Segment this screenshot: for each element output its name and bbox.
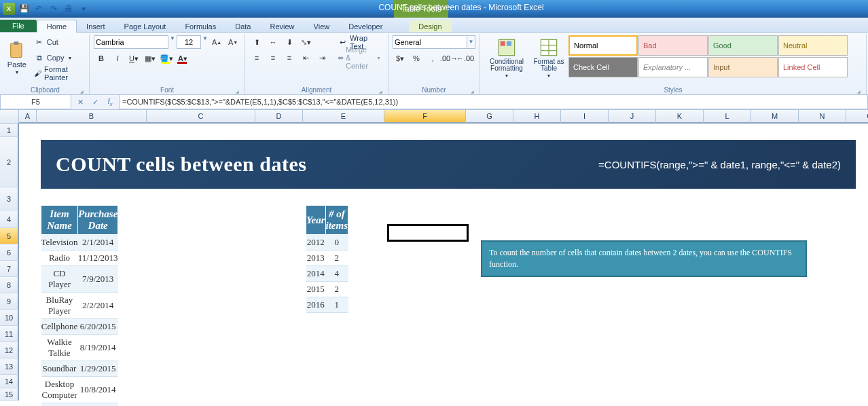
cell[interactable]: CD Player bbox=[41, 266, 78, 293]
col-header-L[interactable]: L bbox=[704, 110, 751, 124]
row-header-12[interactable]: 12 bbox=[0, 342, 19, 358]
col-purchase-date[interactable]: Purchase Date bbox=[77, 206, 117, 235]
print-icon[interactable]: 🖶 bbox=[62, 3, 75, 15]
row-header-13[interactable]: 13 bbox=[0, 358, 19, 375]
align-top-button[interactable]: ⬆ bbox=[249, 35, 264, 49]
column-headers[interactable]: ABCDEFGHIJKLMNO bbox=[19, 110, 868, 124]
style-bad[interactable]: Bad bbox=[638, 35, 708, 56]
row-header-5[interactable]: 5 bbox=[0, 228, 19, 244]
format-painter-button[interactable]: 🖌Format Painter bbox=[31, 67, 85, 80]
tab-data[interactable]: Data bbox=[225, 20, 260, 32]
cell[interactable]: 6/20/2015 bbox=[77, 319, 117, 335]
cell[interactable]: 2/1/2014 bbox=[77, 235, 117, 251]
col-header-G[interactable]: G bbox=[466, 110, 513, 124]
row-header-3[interactable]: 3 bbox=[0, 187, 19, 210]
col-header-F[interactable]: F bbox=[384, 110, 466, 124]
cut-button[interactable]: ✂Cut bbox=[31, 35, 85, 49]
cell[interactable]: 1/29/2015 bbox=[77, 361, 117, 377]
table-row[interactable]: Radio11/12/2013 bbox=[41, 251, 118, 266]
style-normal[interactable]: Normal bbox=[568, 35, 638, 56]
table-row[interactable]: Desktop Computer10/8/2014 bbox=[41, 377, 118, 403]
style-check-cell[interactable]: Check Cell bbox=[568, 57, 638, 77]
row-header-10[interactable]: 10 bbox=[0, 310, 19, 326]
cell[interactable]: 2012 bbox=[306, 235, 326, 251]
tab-file[interactable]: File bbox=[0, 20, 37, 32]
col-header-M[interactable]: M bbox=[751, 110, 799, 124]
table-row[interactable]: 20152 bbox=[306, 282, 348, 297]
save-icon[interactable]: 💾 bbox=[18, 3, 30, 15]
row-header-11[interactable]: 11 bbox=[0, 326, 19, 342]
align-right-button[interactable]: ≡ bbox=[282, 51, 297, 64]
cell[interactable]: Soundbar bbox=[41, 361, 78, 377]
decrease-indent-button[interactable]: ⇤ bbox=[298, 51, 313, 64]
col-header-N[interactable]: N bbox=[799, 110, 846, 124]
table-row[interactable]: BluRay Player2/2/2014 bbox=[41, 293, 118, 319]
cell[interactable]: 2015 bbox=[306, 282, 326, 297]
fx-icon[interactable]: fx bbox=[103, 96, 117, 109]
tab-formulas[interactable]: Formulas bbox=[175, 20, 225, 32]
table-row[interactable]: Walkie Talkie8/19/2014 bbox=[41, 335, 118, 361]
dropdown-icon[interactable]: ▾ bbox=[77, 3, 90, 15]
border-button[interactable]: ▦▾ bbox=[143, 52, 158, 65]
cell[interactable]: 7/9/2013 bbox=[77, 266, 117, 293]
cell[interactable]: 8/19/2014 bbox=[77, 335, 117, 361]
col-header-B[interactable]: B bbox=[37, 110, 147, 124]
cell[interactable]: Radio bbox=[41, 251, 78, 266]
tab-review[interactable]: Review bbox=[260, 20, 304, 32]
increase-indent-button[interactable]: ⇥ bbox=[314, 51, 329, 64]
cell[interactable]: Cellphone bbox=[41, 319, 78, 335]
row-header-1[interactable]: 1 bbox=[0, 124, 19, 137]
table-row[interactable]: 20144 bbox=[306, 266, 348, 282]
cell[interactable]: Desktop Computer bbox=[41, 377, 78, 403]
col-items[interactable]: # of items bbox=[325, 206, 348, 235]
font-color-button[interactable]: A▾ bbox=[175, 52, 190, 65]
decrease-decimal-button[interactable]: ←.00 bbox=[458, 52, 473, 65]
style-neutral[interactable]: Neutral bbox=[778, 35, 848, 56]
table-row[interactable]: Cellphone6/20/2015 bbox=[41, 319, 118, 335]
cell[interactable]: 1 bbox=[325, 297, 348, 313]
cell-styles-gallery[interactable]: NormalBadGoodNeutralCheck CellExplanator… bbox=[568, 35, 862, 77]
undo-icon[interactable]: ↶ bbox=[33, 3, 45, 15]
cell[interactable]: Walkie Talkie bbox=[41, 335, 78, 361]
cell[interactable]: 2/2/2014 bbox=[77, 293, 117, 319]
table-row[interactable]: CD Player7/9/2013 bbox=[41, 266, 118, 293]
col-header-K[interactable]: K bbox=[656, 110, 704, 124]
copy-button[interactable]: ⧉Copy▼ bbox=[31, 51, 85, 64]
row-header-7[interactable]: 7 bbox=[0, 261, 19, 277]
cell[interactable]: 2014 bbox=[306, 266, 326, 282]
align-center-button[interactable]: ≡ bbox=[266, 51, 281, 64]
tab-developer[interactable]: Developer bbox=[339, 20, 392, 32]
tab-page-layout[interactable]: Page Layout bbox=[115, 20, 176, 32]
formula-bar[interactable]: =COUNTIFS($C$5:$C$13,">="&DATE(E5,1,1),$… bbox=[119, 95, 868, 109]
style-explanatory-[interactable]: Explanatory ... bbox=[638, 57, 708, 77]
cell[interactable]: 2 bbox=[325, 251, 348, 266]
table-row[interactable]: Soundbar1/29/2015 bbox=[41, 361, 118, 377]
row-header-15[interactable]: 15 bbox=[0, 388, 19, 401]
tab-home[interactable]: Home bbox=[37, 20, 77, 33]
comma-button[interactable]: , bbox=[425, 52, 440, 65]
italic-button[interactable]: I bbox=[110, 52, 125, 65]
format-as-table-button[interactable]: Format as Table▼ bbox=[532, 35, 566, 79]
worksheet[interactable]: ABCDEFGHIJKLMNO 123456789101112131415 CO… bbox=[0, 110, 868, 406]
cell[interactable]: 10/8/2014 bbox=[77, 377, 117, 403]
cell[interactable]: 0 bbox=[325, 235, 348, 251]
tab-design[interactable]: Design bbox=[409, 20, 451, 32]
col-header-H[interactable]: H bbox=[513, 110, 561, 124]
col-header-O[interactable]: O bbox=[846, 110, 868, 124]
col-item-name[interactable]: Item Name bbox=[41, 206, 78, 235]
col-header-E[interactable]: E bbox=[303, 110, 384, 124]
table-row[interactable]: Television2/1/2014 bbox=[41, 235, 118, 251]
redo-icon[interactable]: ↷ bbox=[48, 3, 60, 15]
number-format-combo[interactable] bbox=[393, 35, 467, 49]
fill-color-button[interactable]: 🪣▾ bbox=[159, 52, 174, 65]
row-headers[interactable]: 123456789101112131415 bbox=[0, 124, 19, 401]
col-header-I[interactable]: I bbox=[561, 110, 609, 124]
paste-button[interactable]: Paste ▼ bbox=[5, 35, 29, 79]
cancel-formula-button[interactable]: ✕ bbox=[73, 96, 87, 109]
cell[interactable]: 11/12/2013 bbox=[77, 251, 117, 266]
align-middle-button[interactable]: ↔ bbox=[266, 35, 281, 49]
table-row[interactable]: 20132 bbox=[306, 251, 348, 266]
bold-button[interactable]: B bbox=[94, 52, 109, 65]
select-all-corner[interactable] bbox=[0, 110, 19, 124]
style-good[interactable]: Good bbox=[708, 35, 778, 56]
